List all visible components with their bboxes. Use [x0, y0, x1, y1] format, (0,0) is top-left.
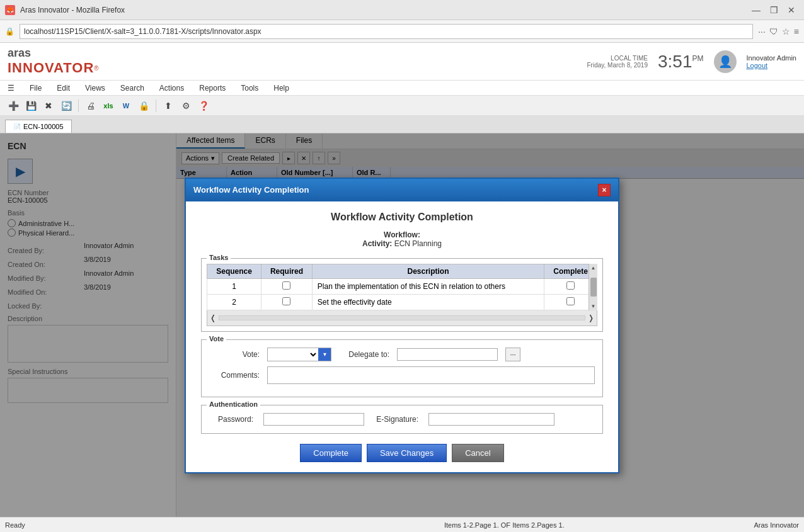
tasks-scrollbar[interactable]: ▲ ▼: [589, 264, 597, 310]
toolbar-word[interactable]: W: [118, 98, 134, 114]
toolbar-refresh[interactable]: 🔄: [58, 98, 74, 114]
activity-value: ECN Planning: [394, 239, 442, 248]
task-1-required-checkbox[interactable]: [282, 281, 290, 290]
browser-favicon: 🦊: [5, 5, 15, 15]
statusbar: Ready Items 1-2.Page 1. OF Items 2.Pages…: [0, 517, 804, 532]
vote-select-wrapper[interactable]: Approve Reject ▾: [267, 348, 331, 361]
cancel-button[interactable]: Cancel: [452, 444, 503, 462]
delegate-input[interactable]: [397, 348, 498, 361]
close-button[interactable]: ✕: [784, 3, 799, 18]
toolbar-lock[interactable]: 🔒: [135, 98, 152, 114]
restore-button[interactable]: ❒: [766, 3, 781, 18]
col-sequence: Sequence: [207, 264, 261, 278]
browser-controls: — ❒ ✕: [749, 3, 799, 18]
workflow-dialog-title: Workflow Activity Completion: [201, 212, 603, 223]
task-2-sequence: 2: [207, 294, 261, 310]
menu-views[interactable]: Views: [83, 82, 108, 94]
task-2-description: Set the effectivity date: [312, 294, 544, 310]
task-2-required[interactable]: [261, 294, 313, 310]
menu-help[interactable]: Help: [271, 82, 292, 94]
password-input[interactable]: [263, 413, 364, 426]
logout-link[interactable]: Logout: [747, 62, 797, 69]
task-2-complete-checkbox[interactable]: [566, 297, 575, 305]
toolbar-workflow[interactable]: ⚙: [178, 98, 194, 114]
main-area: ECN ▶ ECN Number ECN-100005 Basis Admini…: [0, 133, 804, 517]
menu-tools[interactable]: Tools: [238, 82, 261, 94]
more-options-icon[interactable]: ···: [758, 26, 766, 37]
local-date: Friday, March 8, 2019: [587, 62, 648, 69]
app-header: aras INNOVATOR ® LOCAL TIME Friday, Marc…: [0, 43, 804, 81]
toolbar-delete[interactable]: ✖: [40, 98, 57, 114]
time-ampm: PM: [692, 54, 704, 63]
status-ready: Ready: [5, 521, 255, 529]
menu-file[interactable]: File: [27, 82, 44, 94]
browser-title: Aras Innovator - Mozilla Firefox: [20, 6, 125, 14]
tab-label: ECN-100005: [23, 123, 64, 130]
menu-icon[interactable]: ≡: [794, 26, 799, 37]
toolbar-new[interactable]: ➕: [5, 98, 21, 114]
logo-innovator: INNOVATOR: [8, 60, 94, 76]
toolbar-excel[interactable]: xls: [100, 98, 117, 114]
password-label: Password:: [209, 415, 253, 424]
menu-actions[interactable]: Actions: [157, 82, 187, 94]
task-2-required-checkbox[interactable]: [282, 297, 290, 305]
comments-label: Comments:: [209, 371, 260, 380]
time-section: LOCAL TIME Friday, March 8, 2019: [587, 55, 648, 69]
toolbar-save[interactable]: 💾: [23, 98, 39, 114]
address-toolbar: ··· 🛡 ☆ ≡: [758, 26, 799, 37]
user-name: Innovator Admin: [747, 54, 797, 62]
scroll-left-button[interactable]: ❬: [210, 312, 216, 324]
vote-dropdown-button[interactable]: ▾: [318, 348, 331, 361]
scroll-right-button[interactable]: ❭: [588, 312, 594, 324]
browser-titlebar: 🦊 Aras Innovator - Mozilla Firefox — ❒ ✕: [0, 0, 804, 20]
browser-addressbar: 🔒 ··· 🛡 ☆ ≡: [0, 20, 804, 43]
save-changes-button[interactable]: Save Changes: [367, 444, 447, 462]
vote-select[interactable]: Approve Reject: [268, 348, 318, 361]
auth-section: Authentication Password: E-Signature:: [201, 405, 603, 434]
delegate-browse-button[interactable]: ···: [505, 348, 520, 361]
vote-section: Vote Vote: Approve Reject ▾ Delegate to:: [201, 339, 603, 397]
horizontal-scrollbar[interactable]: [219, 315, 585, 320]
header-right: LOCAL TIME Friday, March 8, 2019 3:51 PM…: [587, 50, 796, 73]
auth-row: Password: E-Signature:: [209, 413, 595, 426]
modal-overlay: Workflow Activity Completion × Workflow …: [0, 133, 804, 517]
address-input[interactable]: [20, 24, 753, 39]
menubar: ☰ File Edit Views Search Actions Reports…: [0, 81, 804, 96]
logo-registered: ®: [94, 65, 98, 72]
clock-time: 3:51: [658, 52, 692, 72]
toolbar-promote[interactable]: ⬆: [160, 98, 176, 114]
workflow-info: Workflow: Activity: ECN Planning: [201, 230, 603, 248]
toolbar-help[interactable]: ❓: [195, 98, 212, 114]
task-1-description: Plan the implementation of this ECN in r…: [312, 278, 544, 294]
modal-body: Workflow Activity Completion Workflow: A…: [186, 201, 618, 472]
status-items: Items 1-2.Page 1. OF Items 2.Pages 1.: [255, 521, 754, 529]
toolbar: ➕ 💾 ✖ 🔄 🖨 xls W 🔒 ⬆ ⚙ ❓: [0, 96, 804, 116]
tasks-section: Tasks Sequence Required Description Comp…: [201, 258, 603, 332]
modal-header-title: Workflow Activity Completion: [193, 185, 309, 195]
menu-search[interactable]: Search: [118, 82, 147, 94]
address-lock-icon: 🔒: [5, 27, 14, 36]
shield-icon[interactable]: 🛡: [769, 26, 778, 37]
star-icon[interactable]: ☆: [782, 26, 790, 37]
delegate-label: Delegate to:: [339, 350, 389, 359]
workflow-label: Workflow:: [384, 230, 420, 239]
toolbar-sep1: [78, 99, 79, 112]
complete-button[interactable]: Complete: [300, 444, 362, 462]
toolbar-print[interactable]: 🖨: [83, 98, 99, 114]
menu-reports[interactable]: Reports: [197, 82, 228, 94]
local-time-label: LOCAL TIME: [587, 55, 648, 62]
tab-ecn-100005[interactable]: 📄 ECN-100005: [5, 120, 72, 133]
modal-close-button[interactable]: ×: [598, 184, 611, 196]
task-row-1: 1 Plan the implementation of this ECN in…: [207, 278, 597, 294]
vote-row: Vote: Approve Reject ▾ Delegate to: ···: [209, 348, 595, 361]
menu-edit[interactable]: Edit: [54, 82, 72, 94]
menu-hamburger[interactable]: ☰: [5, 82, 17, 94]
task-1-complete-checkbox[interactable]: [566, 281, 575, 290]
comments-input[interactable]: [267, 366, 595, 384]
tasks-legend: Tasks: [207, 254, 231, 261]
logo-aras: aras: [8, 47, 99, 60]
esignature-input[interactable]: [428, 413, 554, 426]
task-1-required[interactable]: [261, 278, 313, 294]
task-1-sequence: 1: [207, 278, 261, 294]
minimize-button[interactable]: —: [749, 3, 764, 18]
